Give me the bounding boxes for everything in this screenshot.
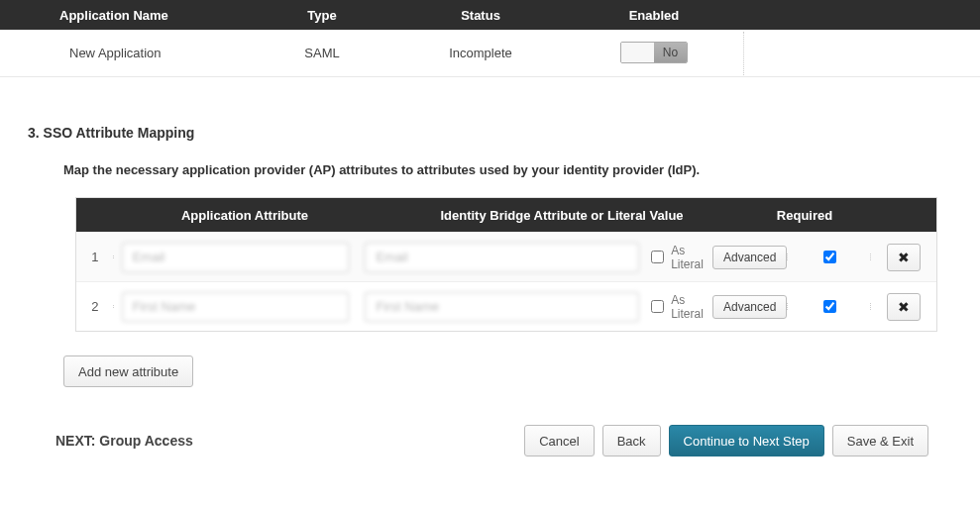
app-type-value: SAML <box>248 46 396 60</box>
continue-button[interactable]: Continue to Next Step <box>669 425 824 456</box>
col-header-bridge-attribute: Identity Bridge Attribute or Literal Val… <box>374 208 750 223</box>
next-step-label: NEXT: Group Access <box>55 433 193 449</box>
as-literal-label[interactable]: As Literal <box>647 293 705 321</box>
section-description: Map the necessary application provider (… <box>63 162 952 177</box>
close-icon: ✖ <box>898 299 910 315</box>
app-enabled-cell: No <box>565 42 743 65</box>
advanced-button[interactable]: Advanced <box>712 246 787 269</box>
cancel-button[interactable]: Cancel <box>524 425 594 456</box>
attribute-table-header: Application Attribute Identity Bridge At… <box>76 198 936 232</box>
attribute-mapping-table: Application Attribute Identity Bridge At… <box>75 197 937 332</box>
remove-row-button[interactable]: ✖ <box>887 244 921 271</box>
row-index: 1 <box>76 250 114 264</box>
required-checkbox[interactable] <box>823 300 836 313</box>
add-new-attribute-button[interactable]: Add new attribute <box>63 355 193 387</box>
col-header-required: Required <box>750 208 859 223</box>
save-exit-button[interactable]: Save & Exit <box>832 425 928 456</box>
section-title: 3. SSO Attribute Mapping <box>28 125 952 141</box>
col-header-status: Status <box>396 8 565 23</box>
identity-bridge-attribute-input[interactable] <box>365 292 639 322</box>
as-literal-checkbox[interactable] <box>651 251 664 263</box>
application-attribute-input[interactable] <box>122 243 350 272</box>
table-row: 1 As Literal Advanced ✖ <box>76 232 936 281</box>
table-row: 2 As Literal Advanced ✖ <box>76 281 936 331</box>
enabled-toggle[interactable]: No <box>620 42 688 63</box>
col-header-type: Type <box>248 8 396 23</box>
back-button[interactable]: Back <box>602 425 661 456</box>
as-literal-label[interactable]: As Literal <box>647 244 705 271</box>
identity-bridge-attribute-input[interactable] <box>365 243 639 272</box>
application-attribute-input[interactable] <box>122 292 350 322</box>
remove-row-button[interactable]: ✖ <box>887 293 921 321</box>
enabled-toggle-label: No <box>654 43 687 62</box>
app-summary-row: New Application SAML Incomplete No <box>0 30 980 77</box>
app-status-value: Incomplete <box>396 46 565 60</box>
footer-row: NEXT: Group Access Cancel Back Continue … <box>55 425 928 456</box>
col-header-enabled: Enabled <box>565 8 743 23</box>
row-index: 2 <box>76 299 114 314</box>
advanced-button[interactable]: Advanced <box>712 295 787 319</box>
col-header-name: Application Name <box>0 8 248 23</box>
col-header-app-attribute: Application Attribute <box>116 208 374 223</box>
divider <box>743 32 760 75</box>
as-literal-checkbox[interactable] <box>651 300 664 313</box>
app-name-value: New Application <box>0 46 248 60</box>
close-icon: ✖ <box>898 250 910 265</box>
required-checkbox[interactable] <box>823 251 836 263</box>
app-summary-header: Application Name Type Status Enabled <box>0 0 980 30</box>
